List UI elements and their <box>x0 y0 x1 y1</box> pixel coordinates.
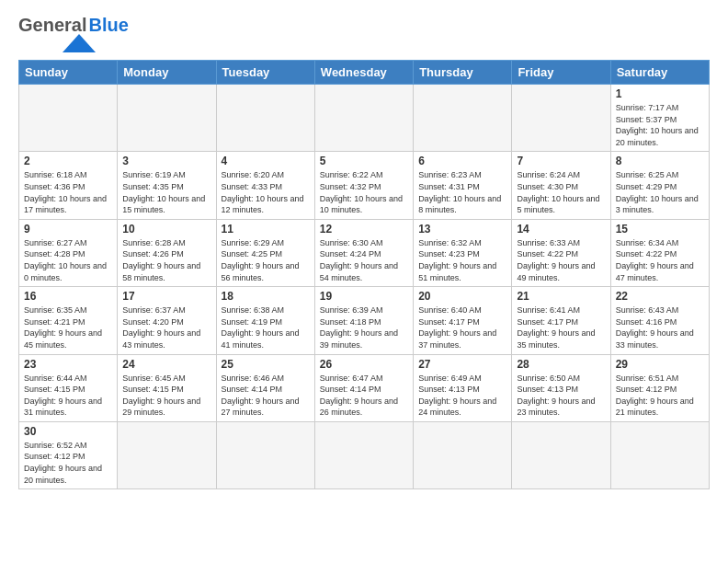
day-info: Sunrise: 6:27 AM Sunset: 4:28 PM Dayligh… <box>24 237 112 283</box>
calendar-header-wednesday: Wednesday <box>314 61 413 85</box>
calendar-day: 29Sunrise: 6:51 AM Sunset: 4:12 PM Dayli… <box>610 354 709 421</box>
svg-marker-0 <box>63 34 96 52</box>
day-number: 17 <box>122 290 210 303</box>
calendar-day: 12Sunrise: 6:30 AM Sunset: 4:24 PM Dayli… <box>314 219 413 286</box>
day-number: 20 <box>418 290 506 303</box>
calendar-day: 19Sunrise: 6:39 AM Sunset: 4:18 PM Dayli… <box>314 287 413 354</box>
day-info: Sunrise: 6:28 AM Sunset: 4:26 PM Dayligh… <box>122 237 210 283</box>
day-number: 19 <box>320 290 408 303</box>
calendar-header-sunday: Sunday <box>19 61 118 85</box>
calendar-table: SundayMondayTuesdayWednesdayThursdayFrid… <box>18 60 710 489</box>
day-info: Sunrise: 6:19 AM Sunset: 4:35 PM Dayligh… <box>122 169 210 215</box>
day-number: 6 <box>418 155 506 167</box>
logo-blue-text: Blue <box>88 15 128 36</box>
day-info: Sunrise: 6:39 AM Sunset: 4:18 PM Dayligh… <box>320 304 408 350</box>
day-number: 2 <box>24 155 112 167</box>
calendar-day <box>216 421 314 488</box>
day-info: Sunrise: 6:32 AM Sunset: 4:23 PM Dayligh… <box>418 237 506 283</box>
calendar-day: 1Sunrise: 7:17 AM Sunset: 5:37 PM Daylig… <box>610 85 709 152</box>
day-number: 13 <box>418 223 506 236</box>
calendar-day: 30Sunrise: 6:52 AM Sunset: 4:12 PM Dayli… <box>19 421 118 488</box>
calendar-week-2: 9Sunrise: 6:27 AM Sunset: 4:28 PM Daylig… <box>19 219 710 286</box>
calendar-day: 15Sunrise: 6:34 AM Sunset: 4:22 PM Dayli… <box>610 219 709 286</box>
calendar-day <box>512 421 610 488</box>
day-info: Sunrise: 6:38 AM Sunset: 4:19 PM Dayligh… <box>222 304 310 350</box>
day-info: Sunrise: 6:45 AM Sunset: 4:15 PM Dayligh… <box>122 373 210 419</box>
day-info: Sunrise: 6:46 AM Sunset: 4:14 PM Dayligh… <box>222 373 310 419</box>
calendar-week-4: 23Sunrise: 6:44 AM Sunset: 4:15 PM Dayli… <box>19 354 710 421</box>
calendar-day: 24Sunrise: 6:45 AM Sunset: 4:15 PM Dayli… <box>118 354 216 421</box>
day-info: Sunrise: 6:25 AM Sunset: 4:29 PM Dayligh… <box>616 169 704 215</box>
calendar-week-5: 30Sunrise: 6:52 AM Sunset: 4:12 PM Dayli… <box>19 421 710 488</box>
day-number: 4 <box>222 155 310 167</box>
day-number: 11 <box>222 223 310 236</box>
calendar-day: 22Sunrise: 6:43 AM Sunset: 4:16 PM Dayli… <box>610 287 709 354</box>
calendar-day: 17Sunrise: 6:37 AM Sunset: 4:20 PM Dayli… <box>118 287 216 354</box>
day-info: Sunrise: 6:52 AM Sunset: 4:12 PM Dayligh… <box>24 440 112 486</box>
day-info: Sunrise: 6:23 AM Sunset: 4:31 PM Dayligh… <box>418 169 506 215</box>
day-info: Sunrise: 6:37 AM Sunset: 4:20 PM Dayligh… <box>122 304 210 350</box>
calendar-day: 6Sunrise: 6:23 AM Sunset: 4:31 PM Daylig… <box>414 152 512 219</box>
calendar-day: 18Sunrise: 6:38 AM Sunset: 4:19 PM Dayli… <box>216 287 314 354</box>
day-info: Sunrise: 6:49 AM Sunset: 4:13 PM Dayligh… <box>418 373 506 419</box>
day-info: Sunrise: 6:34 AM Sunset: 4:22 PM Dayligh… <box>616 237 704 283</box>
calendar-header-saturday: Saturday <box>610 61 709 85</box>
logo: General Blue <box>18 15 129 52</box>
calendar-day <box>216 85 314 152</box>
day-number: 12 <box>320 223 408 236</box>
calendar-day <box>118 421 216 488</box>
calendar-day: 9Sunrise: 6:27 AM Sunset: 4:28 PM Daylig… <box>19 219 118 286</box>
page: General Blue SundayMondayTuesdayWednesda… <box>0 0 728 563</box>
day-number: 18 <box>222 290 310 303</box>
calendar-day: 21Sunrise: 6:41 AM Sunset: 4:17 PM Dayli… <box>512 287 610 354</box>
day-info: Sunrise: 6:40 AM Sunset: 4:17 PM Dayligh… <box>418 304 506 350</box>
day-number: 26 <box>320 358 408 371</box>
calendar-day: 5Sunrise: 6:22 AM Sunset: 4:32 PM Daylig… <box>314 152 413 219</box>
day-number: 24 <box>122 358 210 371</box>
calendar-week-1: 2Sunrise: 6:18 AM Sunset: 4:36 PM Daylig… <box>19 152 710 219</box>
day-info: Sunrise: 6:30 AM Sunset: 4:24 PM Dayligh… <box>320 237 408 283</box>
logo-icon <box>63 34 96 52</box>
day-number: 30 <box>24 425 112 438</box>
day-info: Sunrise: 6:22 AM Sunset: 4:32 PM Dayligh… <box>320 169 408 215</box>
calendar-week-0: 1Sunrise: 7:17 AM Sunset: 5:37 PM Daylig… <box>19 85 710 152</box>
day-info: Sunrise: 6:44 AM Sunset: 4:15 PM Dayligh… <box>24 373 112 419</box>
day-info: Sunrise: 6:33 AM Sunset: 4:22 PM Dayligh… <box>517 237 605 283</box>
day-info: Sunrise: 6:24 AM Sunset: 4:30 PM Dayligh… <box>517 169 605 215</box>
calendar-header-tuesday: Tuesday <box>216 61 314 85</box>
day-number: 9 <box>24 223 112 236</box>
day-number: 28 <box>517 358 605 371</box>
calendar-day: 20Sunrise: 6:40 AM Sunset: 4:17 PM Dayli… <box>414 287 512 354</box>
day-number: 14 <box>517 223 605 236</box>
calendar-header-row: SundayMondayTuesdayWednesdayThursdayFrid… <box>19 61 710 85</box>
calendar-day <box>610 421 709 488</box>
calendar-day: 16Sunrise: 6:35 AM Sunset: 4:21 PM Dayli… <box>19 287 118 354</box>
calendar-day <box>314 421 413 488</box>
calendar-day: 4Sunrise: 6:20 AM Sunset: 4:33 PM Daylig… <box>216 152 314 219</box>
day-info: Sunrise: 6:41 AM Sunset: 4:17 PM Dayligh… <box>517 304 605 350</box>
day-info: Sunrise: 6:50 AM Sunset: 4:13 PM Dayligh… <box>517 373 605 419</box>
calendar-header-thursday: Thursday <box>414 61 512 85</box>
calendar-week-3: 16Sunrise: 6:35 AM Sunset: 4:21 PM Dayli… <box>19 287 710 354</box>
calendar-day: 10Sunrise: 6:28 AM Sunset: 4:26 PM Dayli… <box>118 219 216 286</box>
day-number: 3 <box>122 155 210 167</box>
calendar-day: 25Sunrise: 6:46 AM Sunset: 4:14 PM Dayli… <box>216 354 314 421</box>
day-number: 7 <box>517 155 605 167</box>
day-number: 21 <box>517 290 605 303</box>
day-number: 1 <box>616 87 704 100</box>
calendar-day: 13Sunrise: 6:32 AM Sunset: 4:23 PM Dayli… <box>414 219 512 286</box>
day-number: 16 <box>24 290 112 303</box>
logo-general-text: General <box>18 15 86 36</box>
calendar-header-monday: Monday <box>118 61 216 85</box>
day-number: 10 <box>122 223 210 236</box>
day-number: 29 <box>616 358 704 371</box>
calendar-day: 27Sunrise: 6:49 AM Sunset: 4:13 PM Dayli… <box>414 354 512 421</box>
day-number: 22 <box>616 290 704 303</box>
day-info: Sunrise: 6:35 AM Sunset: 4:21 PM Dayligh… <box>24 304 112 350</box>
day-number: 15 <box>616 223 704 236</box>
calendar-day <box>314 85 413 152</box>
calendar-day: 3Sunrise: 6:19 AM Sunset: 4:35 PM Daylig… <box>118 152 216 219</box>
calendar-day <box>118 85 216 152</box>
calendar-day: 7Sunrise: 6:24 AM Sunset: 4:30 PM Daylig… <box>512 152 610 219</box>
day-info: Sunrise: 6:51 AM Sunset: 4:12 PM Dayligh… <box>616 373 704 419</box>
